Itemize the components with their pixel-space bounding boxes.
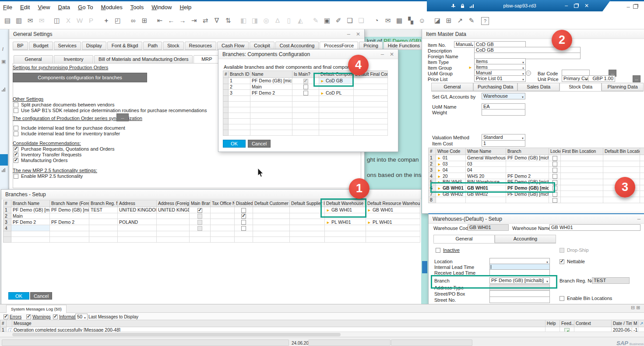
main-branch-checkbox[interactable] (197, 208, 202, 213)
table-row[interactable] (223, 130, 388, 136)
subtab-inventory[interactable]: Inventory (54, 55, 93, 64)
expand-log-icon[interactable]: ↗ (638, 320, 644, 327)
last-record-icon[interactable]: ⇥ (188, 14, 200, 27)
widgets-icon[interactable]: ⊞ (443, 14, 454, 27)
wrench-icon[interactable]: / (2, 46, 4, 52)
link-arrow-icon[interactable]: ► (320, 91, 324, 95)
locked-checkbox[interactable] (553, 180, 557, 185)
minimize-icon[interactable]: – (637, 217, 640, 221)
gross-profit-icon[interactable]: Δ (272, 14, 283, 27)
weight-field[interactable] (482, 109, 525, 116)
col-whse-name[interactable]: Whse Name (466, 148, 506, 155)
disabled-checkbox[interactable] (241, 214, 246, 219)
link-arrow-icon[interactable]: ► (437, 156, 441, 160)
subtab-general[interactable]: General (14, 55, 53, 64)
window-dock-icons[interactable]: ⊟ ⊞ (631, 305, 640, 311)
close-icon[interactable]: ✕ (356, 32, 360, 36)
export-word-icon[interactable]: W (74, 14, 85, 27)
rdp-restore-icon[interactable] (574, 4, 578, 8)
volume-weight-icon[interactable]: ▯ (283, 14, 295, 27)
locked-checkbox[interactable] (553, 174, 557, 179)
locked-checkbox[interactable] (553, 156, 557, 161)
table-row[interactable]: 8 (429, 197, 644, 203)
branch-select[interactable]: PF Demo (GB) [michalb] (489, 277, 550, 284)
table-row[interactable]: 3►0404 (429, 167, 644, 173)
table-row[interactable]: 5►BIN WHSBIN WarehousePF Demo (GB) [mich… (429, 179, 644, 185)
general-settings-titlebar[interactable]: General Settings –✕ (9, 29, 364, 39)
table-row[interactable] (223, 113, 388, 119)
item-cost-field[interactable]: 1 (482, 140, 525, 147)
move-icon[interactable]: + (101, 14, 112, 27)
ok-button[interactable]: OK (223, 140, 246, 148)
table-row[interactable] (4, 237, 420, 242)
item-no-mode-select[interactable]: Manual (454, 41, 475, 48)
org-chart-icon[interactable]: ▚ (405, 14, 416, 27)
dropship-checkbox[interactable] (560, 248, 564, 253)
table-row[interactable]: 4 (4, 225, 420, 231)
edit-icon[interactable]: ✎ (310, 14, 321, 27)
form-settings-mini-icon[interactable]: ▣ (1, 59, 6, 64)
export-pdf-icon[interactable]: P (85, 14, 97, 27)
table-row[interactable]: 2►0303 (429, 161, 644, 167)
col-name[interactable]: Name (250, 71, 292, 78)
dialog-titlebar[interactable]: Branches: Components Configuration –✕ (218, 49, 398, 59)
address-type-field[interactable] (489, 284, 550, 291)
email-icon[interactable]: ✉ (25, 14, 36, 27)
link-arrow-icon[interactable]: ► (468, 65, 472, 70)
col-branch-reg[interactable]: Branch Reg. No. (89, 200, 118, 207)
valuation-method-select[interactable]: Standard (482, 134, 525, 141)
unit-price-currency-select[interactable]: Primary Curre (562, 75, 589, 82)
tab-services[interactable]: Services (54, 42, 81, 50)
tab-purchasing-data[interactable]: Purchasing Data (473, 83, 517, 91)
ok-button[interactable]: OK (8, 292, 29, 300)
lock-screen-icon[interactable]: ◰ (112, 14, 123, 27)
close-icon[interactable]: ✕ (390, 52, 394, 56)
is-main-checkbox[interactable] (303, 79, 308, 84)
link-arrow-icon[interactable]: ► (320, 79, 324, 83)
lead-time-inventory-checkbox[interactable] (14, 131, 18, 136)
street-po-field[interactable] (489, 290, 550, 297)
col-is-main[interactable]: Is Main? (292, 71, 319, 78)
col-icon[interactable] (7, 320, 12, 327)
first-record-icon[interactable]: ⇤ (154, 14, 165, 27)
add-icon[interactable]: ⊞ (139, 14, 150, 27)
table-row[interactable]: 3 PF Demo 2 PF Demo 2 POLAND ►PL WH01 ►P… (4, 219, 420, 225)
enable-bins-checkbox[interactable] (560, 296, 564, 301)
base-document-icon[interactable]: ◭ (295, 14, 306, 27)
table-row[interactable]: 1PF Demo (GB) [michalb] ►CoD GB (223, 78, 388, 84)
locked-checkbox[interactable] (553, 198, 557, 203)
signal-icon[interactable] (2, 88, 5, 92)
next-record-icon[interactable]: → (177, 14, 188, 27)
rdp-minimize-icon[interactable]: – (565, 3, 568, 9)
gl-accounts-select[interactable]: Warehouse (482, 93, 525, 99)
export-excel-icon[interactable]: X (63, 14, 74, 27)
message-count-select[interactable]: 50 (75, 314, 88, 320)
table-row[interactable] (223, 102, 388, 107)
vertical-scrollbar-thumb[interactable] (422, 261, 427, 273)
query-wizard-icon[interactable]: ✐ (333, 14, 344, 27)
col-help[interactable]: Help (545, 320, 560, 327)
find-icon[interactable]: ∞ (127, 14, 139, 27)
consolidate-manufacturing-checkbox[interactable] (14, 158, 18, 163)
table-row[interactable] (223, 96, 388, 102)
tab-resources[interactable]: Resources (185, 42, 217, 50)
table-row[interactable]: 7►GB WH02GB WH02PF Demo (GB) [michalb] (429, 191, 644, 197)
app-minimize-icon[interactable]: – (627, 4, 630, 10)
live-change-icon[interactable]: ✎ (466, 14, 477, 27)
col-default-customer[interactable]: Default Customer ID (253, 200, 290, 207)
disabled-checkbox[interactable] (241, 226, 246, 231)
col-feedback[interactable]: Feed... (560, 320, 574, 327)
tab-accounting[interactable]: Accounting (495, 235, 556, 243)
warnings-checkbox[interactable] (26, 314, 31, 319)
link-arrow-icon[interactable]: ► (437, 180, 441, 184)
components-configuration-button[interactable]: Components configuration for branches (13, 73, 147, 82)
col-address[interactable]: Address (118, 200, 157, 207)
calendar-icon[interactable]: ▦ (394, 14, 405, 27)
unit-price-field[interactable]: GBP 1.00 (588, 75, 615, 82)
tab-bp[interactable]: BP (13, 42, 28, 50)
disabled-checkbox[interactable] (241, 208, 246, 213)
errors-checkbox[interactable] (4, 314, 8, 319)
col-datetime[interactable]: Date / Time (612, 320, 632, 327)
lead-time-purchase-checkbox[interactable] (14, 126, 18, 131)
tab-stock-data[interactable]: Stock Data (560, 83, 602, 91)
